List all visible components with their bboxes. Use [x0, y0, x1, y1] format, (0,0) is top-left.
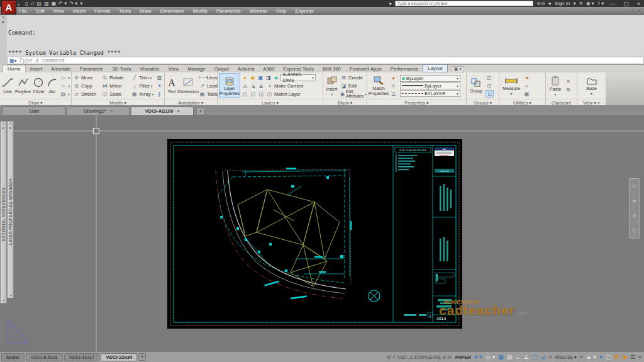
menu-parametric[interactable]: Parametric [216, 8, 241, 14]
menu-format[interactable]: Format [94, 8, 110, 14]
ribbon-tab-add-ins[interactable]: Add-ins [233, 65, 258, 72]
menu-express[interactable]: Express [296, 8, 314, 14]
menu-tools[interactable]: Tools [119, 8, 131, 14]
rotate-button[interactable]: ↻Rotate [101, 74, 130, 81]
full-nav-wheel-icon[interactable]: ◎ [632, 183, 636, 189]
annotation-visibility-icon[interactable]: ▲ ▾ [586, 354, 596, 360]
layout-display-icon[interactable]: ▭ ▾ [486, 354, 496, 360]
search-icon[interactable]: ⊙⊙ [536, 1, 545, 6]
ribbon-tab-a360[interactable]: A360 [258, 65, 279, 72]
circle-button[interactable]: Circle [32, 73, 45, 98]
infocenter-collapse-icon[interactable]: ▸ [389, 1, 392, 6]
rectangle-tool-icon[interactable]: ▭ [60, 75, 67, 81]
lineweight-dropdown[interactable]: ByLayer▾ [400, 82, 460, 89]
layer-properties-button[interactable]: Layer Properties [219, 73, 240, 98]
stretch-button[interactable]: ▱Stretch [73, 90, 100, 98]
calculator-icon[interactable]: ▦ [523, 91, 530, 97]
menu-modify[interactable]: Modify [192, 8, 208, 14]
hatch-tool-icon[interactable]: ▨ [60, 91, 67, 97]
copy-clip-icon[interactable]: ⧉ [565, 87, 572, 93]
grid-icon[interactable]: ▦ [498, 354, 504, 360]
move-button[interactable]: ✢Move [73, 74, 100, 81]
dimension-button[interactable]: Dimension [179, 73, 197, 98]
close-button[interactable]: × [635, 1, 643, 7]
help-icon[interactable]: ? ▾ [597, 1, 604, 6]
measure-button[interactable]: Measure▾ [501, 73, 522, 98]
erase-icon[interactable]: ▧ [156, 75, 163, 81]
ribbon-tab-layout[interactable]: Layout [423, 64, 447, 72]
quick-select-icon[interactable]: ◄ [523, 75, 530, 81]
save-as-icon[interactable]: ▥ [44, 1, 49, 7]
polar-tracking-icon[interactable]: ∠ [524, 354, 529, 360]
file-tab-vdci-as100[interactable]: VDCI-AS100× [131, 106, 194, 115]
palette-close-icon[interactable]: × [9, 122, 12, 126]
match-layer-button[interactable]: Match Layer [274, 91, 301, 97]
ribbon-tab-insert[interactable]: Insert [26, 65, 47, 72]
ribbon-tab-view[interactable]: View [164, 65, 184, 72]
menu-edit[interactable]: Edit [36, 8, 45, 14]
ribbon-tab-parametric[interactable]: Parametric [75, 65, 108, 72]
layer-lock-icon[interactable]: ◨ [265, 75, 271, 81]
layer-color-chip[interactable]: ■ [273, 75, 279, 81]
command-keyboard-icon[interactable]: ▦▾ [9, 58, 17, 64]
materials-icon[interactable]: ◕ [390, 75, 397, 81]
isolate-objects-icon[interactable]: ◩ [614, 354, 620, 360]
ribbon-tab-output[interactable]: Output [209, 65, 233, 72]
minimize-button[interactable]: — [607, 1, 618, 7]
osnap-icon[interactable]: ▢ [532, 354, 538, 360]
ribbon-tab-manage[interactable]: Manage [183, 65, 209, 72]
copy-button[interactable]: ⊞Copy [73, 82, 100, 89]
file-tab-start[interactable]: Start [3, 106, 65, 115]
palette-external-references[interactable]: × ▸ EXTERNAL REFERENCES ▪ [0, 121, 7, 303]
match-properties-button[interactable]: Match Properties [369, 73, 389, 98]
layout-tab-vdci-22x34[interactable]: VDCI-22x34 [101, 353, 137, 361]
annotation-monitor-icon[interactable]: ▢ [606, 354, 611, 360]
edit-block-button[interactable]: ◪Edit [340, 82, 365, 89]
edit-attributes-button[interactable]: ◉Edit Attributes▾ [340, 90, 365, 98]
polyline-button[interactable]: Polyline [15, 73, 31, 98]
autocad-logo[interactable]: A [1, 0, 16, 14]
ribbon-tab-featured-apps[interactable]: Featured Apps [345, 65, 386, 72]
ribbon-tab-3d-tools[interactable]: 3D Tools [108, 65, 135, 72]
menu-help[interactable]: Help [276, 8, 286, 14]
cut-icon[interactable]: ✕ [565, 79, 572, 84]
lineweight-list-icon[interactable]: ≡ [390, 83, 397, 89]
ribbon-tab-visualize[interactable]: Visualize [135, 65, 164, 72]
new-layout-button[interactable]: + [138, 353, 146, 361]
zoom-icon[interactable]: ⊕ [632, 213, 636, 218]
a360-icon[interactable]: ◈ ▾ [586, 1, 594, 6]
linetype-dropdown[interactable]: BYLAYER▾ [400, 90, 460, 97]
paste-button[interactable]: Paste▾ [547, 73, 564, 98]
signin-dropdown-icon[interactable]: ▾ [573, 1, 575, 6]
array-button[interactable]: ▦Array▾ [131, 90, 155, 98]
customization-icon[interactable]: ≡ [638, 354, 641, 360]
layer-on-icon[interactable]: ● [242, 75, 248, 81]
add-scales-icon[interactable]: + [580, 354, 583, 360]
palette-layer-properties-manager[interactable]: × ▸ LAYER PROPERTIES MANAGER ▪ [7, 121, 14, 298]
ribbon-options-icon[interactable]: ▣ ▾ [452, 66, 464, 72]
point-icon[interactable]: ＋ [523, 82, 530, 89]
qat-customize-icon[interactable]: ▾ [80, 1, 82, 7]
graphics-performance-icon[interactable]: ◆ [623, 354, 627, 360]
layout-tab-vdci-11x17[interactable]: VDCI-11x17 [64, 353, 100, 361]
clean-screen-icon[interactable]: ⊡ [630, 354, 635, 360]
line-button[interactable]: Line [1, 73, 14, 98]
navigation-bar[interactable]: ◎ ✥ ⊕ ↻ [629, 178, 640, 239]
undo-icon[interactable]: ↶ ▾ [58, 1, 67, 7]
close-tab-icon[interactable]: × [177, 109, 179, 113]
menu-insert[interactable]: Insert [73, 8, 86, 14]
ribbon-tab-home[interactable]: Home [3, 65, 26, 72]
new-file-icon[interactable]: ▯ [25, 1, 28, 7]
palette-close-icon[interactable]: × [3, 122, 5, 126]
group-button[interactable]: Group [468, 73, 484, 98]
ungroup-icon[interactable]: ◫ [486, 75, 492, 81]
explode-icon[interactable]: ✶ [156, 83, 163, 89]
palette-autohide-icon[interactable]: ▪ [3, 298, 4, 303]
lineweight-display-icon[interactable]: ≡ [548, 354, 552, 360]
transparency-icon[interactable]: ☰ [390, 91, 397, 97]
layer-viewport-icon[interactable]: ▣ [257, 75, 264, 81]
save-icon[interactable]: ▤ [37, 1, 42, 7]
redo-icon[interactable]: ↷ ▾ [69, 1, 77, 7]
palette-properties-icon[interactable]: ▸ [3, 126, 4, 130]
color-dropdown[interactable]: ■ByLayer▾ [400, 75, 460, 82]
